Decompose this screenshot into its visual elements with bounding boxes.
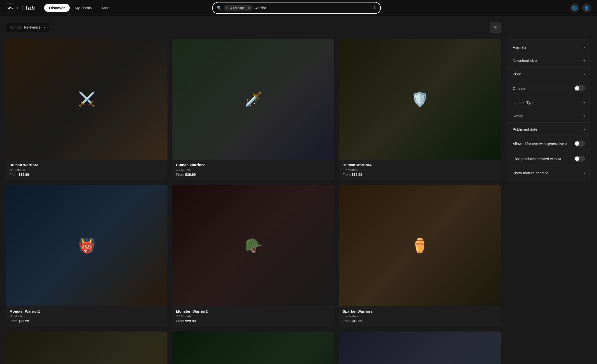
filter-section-mature-content: Show mature content ▾ bbox=[507, 166, 591, 180]
product-category-human-warrior4: 3D Models bbox=[343, 168, 497, 172]
product-image-placeholder2: 🦗 bbox=[172, 332, 334, 364]
product-info-human-warrior3: Human Warrior3 3D Models From $39.99 bbox=[6, 160, 167, 180]
toolbar: Sort by: Relevance ▾ ✕ bbox=[6, 22, 501, 33]
product-name-human-warrior3: Human Warrior3 bbox=[9, 163, 164, 167]
product-category-monster-warrior1: 3D Models bbox=[9, 314, 164, 318]
product-card-monster-warrior2[interactable]: 🪖 Monster_Warrior2 3D Models From $29.99 bbox=[172, 185, 334, 326]
toggle-label-hide-ai: Hide products created with AI bbox=[513, 157, 574, 161]
nav-more[interactable]: More bbox=[97, 4, 115, 12]
toggle-switch-generative-ai[interactable] bbox=[574, 141, 585, 147]
filter-header-license-type[interactable]: License Type ▾ bbox=[507, 96, 591, 109]
product-image-human-warrior4: 🛡️ bbox=[339, 39, 501, 160]
toggle-switch-on-sale[interactable] bbox=[574, 85, 585, 91]
product-card-human-warrior3[interactable]: ⚔️ Human Warrior3 3D Models From $39.99 bbox=[6, 39, 167, 180]
product-image-spartan-warriors: ⚱️ bbox=[339, 185, 501, 306]
product-emoji-human-warrior4: 🛡️ bbox=[411, 91, 429, 107]
filter-section-published-date: Published date ▾ bbox=[507, 123, 591, 136]
price-value-human-warrior4: $39.99 bbox=[352, 173, 362, 177]
header-left: EPIC ▾ fab bbox=[6, 3, 38, 12]
product-card-placeholder1[interactable]: 🏆 Golden Warrior 3D Models From $24.99 bbox=[6, 332, 167, 364]
filter-title-license-type: License Type bbox=[513, 100, 534, 105]
main: Sort by: Relevance ▾ ✕ ⚔️ Human Warrior3… bbox=[0, 16, 597, 364]
product-price-human-warrior4: From $39.99 bbox=[343, 173, 497, 177]
filter-section-price: Price ▾ bbox=[507, 67, 591, 81]
product-info-monster-warrior2: Monster_Warrior2 3D Models From $29.99 bbox=[172, 306, 334, 327]
toggle-row-on-sale: On sale bbox=[507, 81, 591, 96]
nav-my-library[interactable]: My Library bbox=[70, 4, 97, 12]
product-card-spartan-warriors[interactable]: ⚱️ Spartan Warriors 3D Models From $19.9… bbox=[339, 185, 501, 326]
filter-header-download-size[interactable]: Download size ▾ bbox=[507, 54, 591, 67]
product-name-human-warrior2: Human Warrior2 bbox=[176, 163, 331, 167]
product-card-human-warrior4[interactable]: 🛡️ Human Warrior4 3D Models From $39.99 bbox=[339, 39, 501, 180]
price-value-monster-warrior2: $29.99 bbox=[185, 319, 196, 323]
toggle-knob-hide-ai bbox=[575, 156, 579, 161]
filter-title-rating: Rating bbox=[513, 114, 523, 118]
filter-chevron-mature-content: ▾ bbox=[583, 171, 585, 175]
filter-chevron-download-size: ▾ bbox=[583, 59, 585, 63]
filter-section-download-size: Download size ▾ bbox=[507, 54, 591, 67]
filter-header-formats[interactable]: Formats ▾ bbox=[507, 41, 591, 54]
product-image-monster-warrior2: 🪖 bbox=[172, 185, 334, 306]
filter-title-price: Price bbox=[513, 72, 521, 76]
product-image-placeholder3: 🤺 bbox=[339, 332, 501, 364]
filter-chevron-price: ▾ bbox=[583, 72, 585, 76]
search-input[interactable] bbox=[255, 6, 370, 10]
product-card-human-warrior2[interactable]: 🗡️ Human Warrior2 3D Models From $39.99 bbox=[172, 39, 334, 180]
search-clear-icon[interactable]: ✕ bbox=[372, 4, 377, 12]
filter-section-hide-ai: Hide products created with AI bbox=[507, 151, 591, 166]
user-avatar[interactable]: 👤 bbox=[582, 3, 591, 12]
product-category-spartan-warriors: 3D Models bbox=[343, 314, 497, 318]
price-from-monster-warrior1: From bbox=[9, 319, 19, 323]
product-card-placeholder3[interactable]: 🤺 Knight Warrior 3D Models From $34.99 bbox=[339, 332, 501, 364]
product-image-human-warrior3: ⚔️ bbox=[6, 39, 167, 160]
epic-logo[interactable]: EPIC bbox=[6, 3, 15, 12]
product-emoji-monster-warrior1: 👹 bbox=[78, 238, 96, 254]
toggle-row-generative-ai: Allowed for use with generative AI bbox=[507, 136, 591, 151]
product-price-human-warrior3: From $39.99 bbox=[9, 173, 164, 177]
search-filter-tag[interactable]: in 3D Models ✕ bbox=[224, 5, 253, 11]
filters-sidebar: Formats ▾ Download size ▾ Price ▾ On sal… bbox=[507, 39, 591, 182]
search-icon: 🔍 bbox=[217, 5, 222, 10]
toggle-switch-hide-ai[interactable] bbox=[574, 156, 585, 162]
price-value-human-warrior2: $39.99 bbox=[185, 173, 196, 177]
product-emoji-monster-warrior2: 🪖 bbox=[245, 238, 262, 254]
sort-dropdown[interactable]: Sort by: Relevance ▾ bbox=[6, 23, 49, 32]
product-grid: ⚔️ Human Warrior3 3D Models From $39.99 … bbox=[6, 39, 501, 364]
globe-icon[interactable]: 🌐 bbox=[570, 3, 579, 12]
toggle-knob-on-sale bbox=[575, 86, 579, 91]
nav: Discover My Library More bbox=[44, 4, 116, 12]
filter-remove-icon[interactable]: ✕ bbox=[247, 6, 250, 10]
product-name-human-warrior4: Human Warrior4 bbox=[343, 163, 497, 167]
nav-discover[interactable]: Discover bbox=[44, 4, 70, 12]
price-from-human-warrior2: From bbox=[176, 173, 185, 177]
product-category-human-warrior3: 3D Models bbox=[9, 168, 164, 172]
product-card-placeholder2[interactable]: 🦗 Insect Warrior 3D Models From $19.99 bbox=[172, 332, 334, 364]
product-price-human-warrior2: From $39.99 bbox=[176, 173, 331, 177]
product-image-human-warrior2: 🗡️ bbox=[172, 39, 334, 160]
product-card-monster-warrior1[interactable]: 👹 Monster Warrior1 3D Models From $29.99 bbox=[6, 185, 167, 326]
product-category-monster-warrior2: 3D Models bbox=[176, 314, 331, 318]
sort-label: Sort by: bbox=[10, 25, 22, 29]
filter-section-on-sale: On sale bbox=[507, 81, 591, 96]
filter-header-price[interactable]: Price ▾ bbox=[507, 67, 591, 81]
filter-value: 3D Models bbox=[230, 6, 245, 10]
price-value-human-warrior3: $39.99 bbox=[19, 173, 29, 177]
filter-chevron-rating: ▾ bbox=[583, 114, 585, 118]
close-button[interactable]: ✕ bbox=[490, 22, 501, 33]
filter-prefix: in bbox=[226, 6, 228, 10]
toggle-label-on-sale: On sale bbox=[513, 86, 574, 91]
product-name-spartan-warriors: Spartan Warriors bbox=[343, 309, 497, 313]
product-info-monster-warrior1: Monster Warrior1 3D Models From $29.99 bbox=[6, 306, 167, 327]
epic-dropdown-chevron[interactable]: ▾ bbox=[17, 6, 18, 10]
sort-value: Relevance bbox=[24, 25, 40, 29]
product-image-monster-warrior1: 👹 bbox=[6, 185, 167, 306]
product-emoji-human-warrior3: ⚔️ bbox=[78, 91, 96, 107]
product-info-human-warrior4: Human Warrior4 3D Models From $39.99 bbox=[339, 160, 501, 180]
filter-header-mature-content[interactable]: Show mature content ▾ bbox=[507, 166, 591, 180]
product-price-monster-warrior2: From $29.99 bbox=[176, 319, 331, 323]
filter-section-formats: Formats ▾ bbox=[507, 41, 591, 54]
fab-logo[interactable]: fab bbox=[22, 5, 38, 11]
filter-header-rating[interactable]: Rating ▾ bbox=[507, 109, 591, 122]
filter-header-published-date[interactable]: Published date ▾ bbox=[507, 123, 591, 136]
content-area: Sort by: Relevance ▾ ✕ ⚔️ Human Warrior3… bbox=[6, 22, 507, 364]
